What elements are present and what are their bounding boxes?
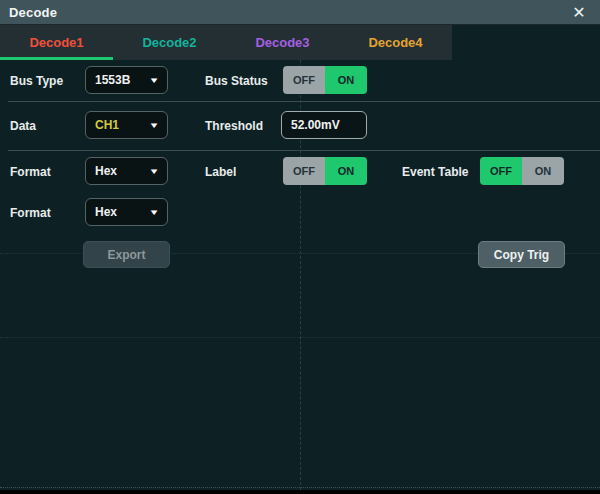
- graticule-horizontal-line: [0, 337, 600, 338]
- label-on[interactable]: ON: [325, 157, 367, 185]
- bus-type-value: 1553B: [95, 73, 130, 87]
- chevron-down-icon: ▼: [148, 76, 159, 85]
- decode-dialog: Decode ✕ Decode1 Decode2 Decode3 Decode4…: [0, 0, 600, 494]
- threshold-input[interactable]: 52.00mV: [281, 111, 367, 139]
- tab-decode1[interactable]: Decode1: [0, 25, 113, 60]
- copy-trig-button[interactable]: Copy Trig: [478, 241, 565, 268]
- row-separator: [8, 101, 600, 102]
- format-value: Hex: [95, 164, 117, 178]
- export-button[interactable]: Export: [83, 241, 170, 268]
- bus-status-toggle[interactable]: OFF ON: [283, 66, 367, 94]
- data-source-value: CH1: [95, 118, 119, 132]
- format2-value: Hex: [95, 205, 117, 219]
- close-icon[interactable]: ✕: [564, 0, 594, 25]
- export-button-label: Export: [107, 248, 145, 262]
- format-dropdown[interactable]: Hex ▼: [85, 157, 168, 185]
- threshold-label: Threshold: [205, 119, 263, 133]
- chevron-down-icon: ▼: [148, 167, 159, 176]
- dialog-title: Decode: [0, 5, 57, 20]
- format-label: Format: [10, 165, 51, 179]
- dialog-titlebar: Decode: [0, 0, 600, 25]
- chevron-down-icon: ▼: [148, 208, 159, 217]
- bus-status-label: Bus Status: [205, 74, 268, 88]
- tab-decode4[interactable]: Decode4: [339, 25, 452, 60]
- chevron-down-icon: ▼: [148, 121, 159, 130]
- tab-decode3[interactable]: Decode3: [226, 25, 339, 60]
- label-toggle-label: Label: [205, 165, 236, 179]
- row-separator: [8, 150, 600, 151]
- event-table-off[interactable]: OFF: [480, 157, 522, 185]
- event-table-label: Event Table: [402, 165, 468, 179]
- label-off[interactable]: OFF: [283, 157, 325, 185]
- copy-trig-button-label: Copy Trig: [494, 248, 549, 262]
- bottom-screen-edge: [0, 490, 600, 494]
- data-source-dropdown[interactable]: CH1 ▼: [85, 111, 168, 139]
- graticule-horizontal-line: [0, 487, 600, 488]
- data-label: Data: [10, 119, 36, 133]
- active-tab-indicator: [0, 57, 113, 60]
- tab-bar: Decode1 Decode2 Decode3 Decode4: [0, 25, 600, 60]
- bus-status-on[interactable]: ON: [325, 66, 367, 94]
- format2-label: Format: [10, 206, 51, 220]
- label-toggle[interactable]: OFF ON: [283, 157, 367, 185]
- format2-dropdown[interactable]: Hex ▼: [85, 198, 168, 226]
- tab-decode2[interactable]: Decode2: [113, 25, 226, 60]
- event-table-on[interactable]: ON: [522, 157, 564, 185]
- bus-status-off[interactable]: OFF: [283, 66, 325, 94]
- bus-type-dropdown[interactable]: 1553B ▼: [85, 66, 168, 94]
- event-table-toggle[interactable]: OFF ON: [480, 157, 564, 185]
- threshold-value: 52.00mV: [291, 118, 340, 132]
- bus-type-label: Bus Type: [10, 74, 63, 88]
